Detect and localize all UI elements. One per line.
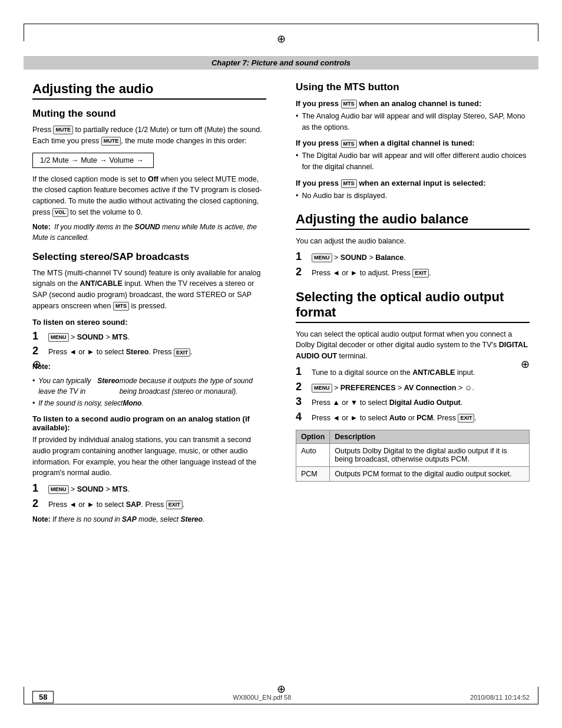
- exit-key-balance: EXIT: [412, 269, 429, 278]
- listen-sap-label: To listen to a second audio program on a…: [32, 414, 266, 432]
- menu-key-optical: MENU: [312, 384, 332, 393]
- analog-tuned-label: If you press MTS when an analog channel …: [296, 99, 530, 108]
- stereo-note-bullet-1: You can typically leave the TV in Stereo…: [32, 375, 266, 397]
- digital-tuned-label: If you press MTS when a digital channel …: [296, 139, 530, 148]
- balance-step-num-2: 2: [296, 266, 309, 279]
- stereo-note-bullet-2: If the sound is noisy, select Mono.: [32, 398, 266, 409]
- optical-step-4: 4 Press ◄ or ► to select Auto or PCM. Pr…: [296, 411, 530, 424]
- audio-balance-steps: 1 MENU > SOUND > Balance. 2 Press ◄ or ►…: [296, 251, 530, 279]
- step-num-1: 1: [32, 330, 45, 343]
- page-border-left-top: [24, 24, 24, 41]
- optical-step-num-1: 1: [296, 365, 309, 378]
- page-border-right-bottom: [538, 687, 538, 704]
- mute-key-badge: MUTE: [53, 126, 73, 134]
- mts-key-badge: MTS: [113, 302, 129, 311]
- footer-filename: WX800U_EN.pdf 58: [233, 694, 291, 701]
- optical-step-content-3: Press ▲ or ▼ to select Digital Audio Out…: [312, 397, 530, 409]
- adjusting-audio-title: Adjusting the audio: [32, 81, 266, 100]
- page-number: 58: [32, 691, 54, 703]
- page-border-right-top: [538, 24, 538, 41]
- muting-subtitle: Muting the sound: [32, 108, 266, 120]
- external-bullet-1: No Audio bar is displayed.: [296, 190, 530, 202]
- optical-step-content-2: MENU > PREFERENCES > AV Connection > ☺.: [312, 383, 530, 394]
- balance-step-1: 1 MENU > SOUND > Balance.: [296, 251, 530, 263]
- mute-key-badge2: MUTE: [101, 137, 121, 146]
- sap-step-content-1: MENU > SOUND > MTS.: [48, 484, 266, 495]
- sap-note: Note: If there is no sound in SAP mode, …: [32, 514, 266, 525]
- audio-balance-title: Adjusting the audio balance: [296, 212, 530, 230]
- table-row-auto: Auto Outputs Dolby Digital to the digita…: [296, 443, 530, 466]
- sap-step-num-1: 1: [32, 482, 45, 495]
- mts-key-digital: MTS: [341, 140, 357, 149]
- stereo-steps: 1 MENU > SOUND > MTS. 2 Press ◄ or ► to …: [32, 330, 266, 358]
- balance-step-content-2: Press ◄ or ► to adjust. Press EXIT.: [312, 268, 530, 279]
- menu-key-sap-1: MENU: [48, 485, 69, 494]
- mts-subtitle: Using the MTS button: [296, 81, 530, 93]
- vol-key-badge: VOL: [52, 208, 68, 217]
- exit-key-sap: EXIT: [166, 500, 183, 509]
- optical-step-num-2: 2: [296, 381, 309, 394]
- table-header-description: Description: [330, 430, 530, 443]
- left-column: Adjusting the audio Muting the sound Pre…: [32, 77, 275, 687]
- chapter-header: Chapter 7: Picture and sound controls: [24, 56, 538, 70]
- stereo-step-1: 1 MENU > SOUND > MTS.: [32, 330, 266, 343]
- sap-step-content-2: Press ◄ or ► to select SAP. Press EXIT.: [48, 499, 266, 510]
- step-content-1: MENU > SOUND > MTS.: [48, 332, 266, 343]
- optical-audio-title: Selecting the optical audio output forma…: [296, 289, 530, 323]
- page-border-bottom: [24, 704, 538, 704]
- right-column: Using the MTS button If you press MTS wh…: [293, 77, 530, 687]
- stereo-note-label: Note:: [32, 363, 51, 371]
- digital-bullets: The Digital Audio bar will appear and wi…: [296, 150, 530, 173]
- arrow3: →: [136, 156, 144, 164]
- sap-steps: 1 MENU > SOUND > MTS. 2 Press ◄ or ► to …: [32, 482, 266, 510]
- footer-area: 58 WX800U_EN.pdf 58 2010/08/11 10:14:52: [32, 691, 530, 703]
- flow-mute: Mute: [81, 156, 97, 164]
- table-cell-pcm-option: PCM: [296, 466, 330, 481]
- analog-bullet-1: The Analog Audio bar will appear and wil…: [296, 111, 530, 133]
- muting-note: Note: If you modify items in the SOUND m…: [32, 222, 266, 243]
- external-input-label: If you press MTS when an external input …: [296, 179, 530, 188]
- flow-volume: Volume: [109, 156, 134, 164]
- digital-bullet-1: The Digital Audio bar will appear and wi…: [296, 150, 530, 173]
- optical-step-content-4: Press ◄ or ► to select Auto or PCM. Pres…: [312, 413, 530, 424]
- exit-key-1: EXIT: [174, 348, 190, 357]
- sap-step-2: 2 Press ◄ or ► to select SAP. Press EXIT…: [32, 498, 266, 510]
- content-area: Adjusting the audio Muting the sound Pre…: [32, 77, 530, 687]
- optical-step-1: 1 Tune to a digital source on the ANT/CA…: [296, 365, 530, 378]
- exit-key-optical: EXIT: [458, 414, 474, 423]
- optical-audio-para: You can select the optical audio output …: [296, 329, 530, 362]
- stereo-step-2: 2 Press ◄ or ► to select Stereo. Press E…: [32, 345, 266, 358]
- table-row-pcm: PCM Outputs PCM format to the digital au…: [296, 466, 530, 481]
- chapter-header-text: Chapter 7: Picture and sound controls: [211, 58, 351, 67]
- mute-flow-diagram: 1/2 Mute → Mute → Volume →: [32, 153, 154, 168]
- footer-timestamp: 2010/08/11 10:14:52: [470, 694, 530, 701]
- muting-para1: Press MUTE to partially reduce (1/2 Mute…: [32, 124, 266, 147]
- stereo-note-label-block: Note:: [32, 361, 266, 372]
- page-border-left-bottom: [24, 687, 24, 704]
- optical-step-2: 2 MENU > PREFERENCES > AV Connection > ☺…: [296, 381, 530, 394]
- flow-half-mute: 1/2 Mute: [40, 156, 69, 164]
- analog-bullets: The Analog Audio bar will appear and wil…: [296, 111, 530, 133]
- optical-step-num-4: 4: [296, 411, 309, 424]
- balance-step-num-1: 1: [296, 251, 309, 263]
- optical-audio-steps: 1 Tune to a digital source on the ANT/CA…: [296, 365, 530, 424]
- mts-key-analog: MTS: [341, 100, 357, 108]
- muting-note-label: Note:: [32, 223, 51, 231]
- page-border-top: [24, 24, 538, 24]
- optical-step-num-3: 3: [296, 396, 309, 409]
- sap-note-label: Note:: [32, 515, 51, 523]
- mts-key-external: MTS: [341, 179, 357, 188]
- table-cell-pcm-description: Outputs PCM format to the digital audio …: [330, 466, 530, 481]
- stereo-sap-subtitle: Selecting stereo/SAP broadcasts: [32, 251, 266, 263]
- table-cell-auto-description: Outputs Dolby Digital to the digital aud…: [330, 443, 530, 466]
- balance-step-2: 2 Press ◄ or ► to adjust. Press EXIT.: [296, 266, 530, 279]
- stereo-sap-para1: The MTS (multi-channel TV sound) feature…: [32, 268, 266, 312]
- arrow1: →: [71, 156, 79, 164]
- sap-para: If provided by individual analog station…: [32, 434, 266, 479]
- crosshair-top: ⊕: [277, 32, 286, 45]
- listen-stereo-label: To listen on stereo sound:: [32, 318, 266, 327]
- optical-audio-table: Option Description Auto Outputs Dolby Di…: [296, 430, 530, 482]
- table-header-option: Option: [296, 430, 330, 443]
- step-content-2: Press ◄ or ► to select Stereo. Press EXI…: [48, 347, 266, 358]
- audio-balance-para: You can adjust the audio balance.: [296, 236, 530, 247]
